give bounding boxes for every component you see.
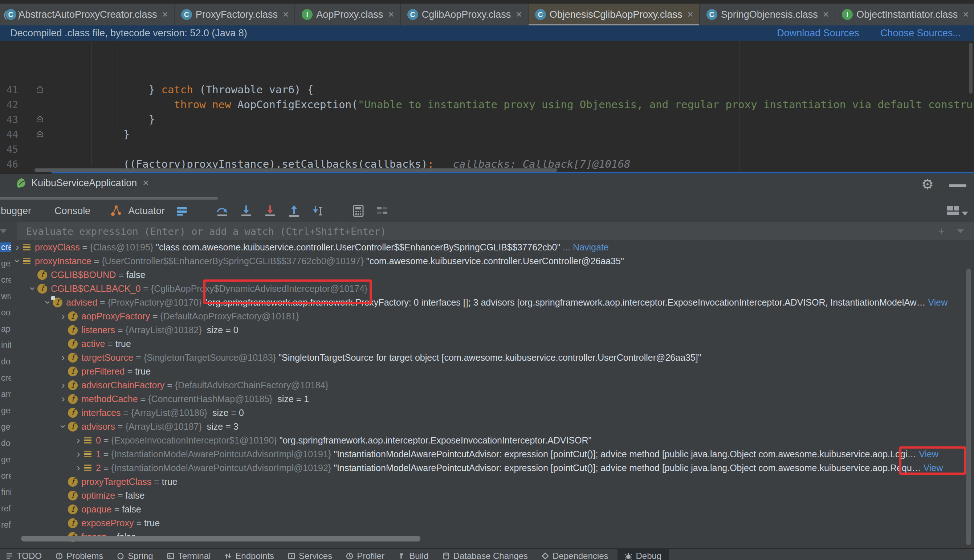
variables-tree[interactable]: ›proxyClass = {Class@10195} "class com.a… (11, 240, 974, 548)
tree-row-optimize[interactable]: foptimize = false (11, 488, 974, 502)
add-watch-icon[interactable]: + (938, 225, 945, 238)
tab-close-icon[interactable]: × (687, 10, 693, 20)
statusbar-item-todo[interactable]: TODO (6, 551, 42, 560)
frame-item-truncated[interactable]: finis (1, 487, 11, 497)
tree-row-methodcache[interactable]: ›fmethodCache = {ConcurrentHashMap@10185… (11, 392, 974, 406)
statusbar-item-database-changes[interactable]: Database Changes (442, 551, 528, 560)
tree-row-listeners[interactable]: flisteners = {ArrayList@10182} size = 0 (11, 323, 974, 337)
statusbar-item-profiler[interactable]: Profiler (346, 551, 384, 560)
restore-layout-icon[interactable] (946, 205, 968, 217)
tree-row-cglib-bound[interactable]: fCGLIB$BOUND = false (11, 268, 974, 282)
tree-row-proxyclass[interactable]: ›proxyClass = {Class@10195} "class com.a… (11, 240, 974, 254)
statusbar-item-problems[interactable]: Problems (55, 551, 103, 560)
fold-marker-icon[interactable] (36, 131, 43, 138)
frame-item-truncated[interactable]: am (1, 390, 11, 399)
statusbar-item-debug[interactable]: Debug (617, 548, 669, 560)
tab-console[interactable]: Console (55, 205, 90, 217)
editor-tab-cglibaopproxy-class[interactable]: CCglibAopProxy.class× (401, 3, 528, 25)
frame-item-truncated[interactable]: refr (1, 520, 11, 530)
editor-tab-objectinstantiator-class[interactable]: IObjectInstantiator.class× (835, 3, 974, 25)
tab-close-icon[interactable]: × (516, 10, 522, 20)
editor-horizontal-scrollbar[interactable] (35, 168, 557, 172)
tree-row-advisors[interactable]: ›fadvisors = {ArrayList@10187} size = 3 (11, 420, 974, 433)
chevron-collapsed-icon[interactable]: › (74, 435, 83, 445)
code-editor[interactable]: 41 } catch (Throwable var6) {42 throw ne… (0, 41, 974, 174)
editor-tab-aopproxy-class[interactable]: IAopProxy.class× (295, 3, 400, 25)
chevron-collapsed-icon[interactable]: › (13, 242, 22, 252)
tree-row-advisorchainfactory[interactable]: ›fadvisorChainFactory = {DefaultAdvisorC… (11, 378, 974, 392)
frame-item-truncated[interactable]: oos (1, 308, 11, 318)
editor-tab-abstractautoproxycreator-class[interactable]: (C)AbstractAutoProxyCreator.class× (0, 3, 174, 25)
hide-window-icon[interactable] (949, 184, 966, 187)
statusbar-item-terminal[interactable]: Terminal (167, 551, 211, 560)
statusbar-item-spring[interactable]: Spring (117, 551, 153, 560)
evaluate-expression-icon[interactable] (352, 204, 365, 218)
run-to-cursor-icon[interactable] (311, 204, 325, 218)
step-into-icon[interactable] (239, 204, 253, 218)
statusbar-item-dependencies[interactable]: Dependencies (542, 551, 608, 560)
chevron-collapsed-icon[interactable]: › (74, 463, 83, 473)
frame-item-truncated[interactable]: refr (1, 504, 11, 513)
tab-actuator[interactable]: Actuator (128, 205, 165, 217)
tree-row-2[interactable]: ›2 = {InstantiationModelAwarePointcutAdv… (11, 461, 974, 475)
editor-tab-proxyfactory-class[interactable]: CProxyFactory.class× (175, 3, 294, 25)
frame-item-truncated[interactable]: crea (1, 373, 11, 383)
frame-item-truncated[interactable]: getS (1, 422, 11, 432)
code-line-44[interactable]: } (52, 127, 974, 142)
choose-sources-link[interactable]: Choose Sources... (881, 28, 961, 39)
tree-vertical-scrollbar[interactable] (966, 268, 971, 545)
step-over-icon[interactable] (215, 204, 229, 218)
watches-dropdown-icon[interactable] (957, 229, 964, 233)
chevron-expanded-icon[interactable]: › (28, 283, 37, 293)
chevron-collapsed-icon[interactable]: › (74, 449, 83, 459)
tab-debugger[interactable]: bugger (1, 205, 31, 217)
tab-close-icon[interactable]: × (388, 10, 394, 20)
frame-item-truncated[interactable]: doG (1, 438, 11, 448)
tab-close-icon[interactable]: × (963, 10, 969, 20)
tree-row-aopproxyfactory[interactable]: ›faopProxyFactory = {DefaultAopProxyFact… (11, 309, 974, 323)
download-sources-link[interactable]: Download Sources (777, 28, 859, 39)
statusbar-item-endpoints[interactable]: Endpoints (224, 551, 274, 560)
frame-item-truncated[interactable]: orel (1, 471, 11, 481)
evaluate-history-dropdown[interactable] (0, 222, 17, 240)
tab-close-icon[interactable]: × (143, 177, 148, 189)
tree-row-targetsource[interactable]: ›ftargetSource = {SingletonTargetSource@… (11, 351, 974, 364)
frame-item-truncated[interactable]: crea (0, 242, 11, 252)
code-line-42[interactable]: throw new AopConfigException("Unable to … (52, 97, 974, 112)
tree-row-proxytargetclass[interactable]: fproxyTargetClass = true (11, 475, 974, 488)
chevron-collapsed-icon[interactable]: › (58, 311, 68, 321)
tab-close-icon[interactable]: × (283, 10, 289, 20)
tree-row-exposeproxy[interactable]: fexposeProxy = true (11, 516, 974, 530)
run-config-tab[interactable]: KuibuServiceApplication × (16, 177, 149, 189)
frame-item-truncated[interactable]: crea (1, 275, 11, 285)
tab-close-icon[interactable]: × (823, 10, 829, 20)
tab-close-icon[interactable]: × (162, 10, 168, 20)
chevron-expanded-icon[interactable]: › (58, 422, 68, 432)
chevron-expanded-icon[interactable]: › (13, 256, 22, 266)
view-link[interactable]: Navigate (573, 242, 609, 253)
code-line-45[interactable] (52, 142, 974, 157)
chevron-collapsed-icon[interactable]: › (58, 380, 68, 390)
tree-row-cglib-callback-0[interactable]: ›fCGLIB$CALLBACK_0 = {CglibAopProxy$Dyna… (11, 282, 974, 295)
gear-icon[interactable]: ⚙ (921, 177, 934, 192)
frames-view-icon[interactable] (175, 204, 189, 218)
fold-marker-icon[interactable] (36, 116, 43, 123)
frame-item-truncated[interactable]: app (1, 324, 11, 334)
frame-item-truncated[interactable]: doC (1, 357, 11, 367)
fold-marker-icon[interactable] (36, 86, 43, 93)
tree-horizontal-scrollbar[interactable] (21, 536, 420, 542)
evaluate-expression-bar[interactable]: Evaluate expression (Enter) or add a wat… (0, 222, 974, 240)
editor-tab-objenesiscglibaopproxy-class[interactable]: CObjenesisCglibAopProxy.class× (529, 3, 699, 25)
tree-row-proxyinstance[interactable]: ›proxyInstance = {UserController$$Enhanc… (11, 254, 974, 268)
code-line-41[interactable]: } catch (Throwable var6) { (52, 82, 974, 97)
tree-row-0[interactable]: ›0 = {ExposeInvocationInterceptor$1@1019… (11, 433, 974, 447)
layout-settings-icon[interactable] (375, 204, 389, 218)
evaluate-input[interactable]: Evaluate expression (Enter) or add a wat… (26, 226, 938, 237)
chevron-collapsed-icon[interactable]: › (58, 394, 68, 404)
tree-row-active[interactable]: factive = true (11, 337, 974, 351)
frame-item-truncated[interactable]: initi (1, 340, 11, 350)
force-step-into-icon[interactable] (263, 204, 277, 218)
tree-row-advised[interactable]: ›fadvised = {ProxyFactory@10170} "org.sp… (11, 295, 974, 309)
tree-row-1[interactable]: ›1 = {InstantiationModelAwarePointcutAdv… (11, 447, 974, 461)
code-line-43[interactable]: } (52, 112, 974, 127)
